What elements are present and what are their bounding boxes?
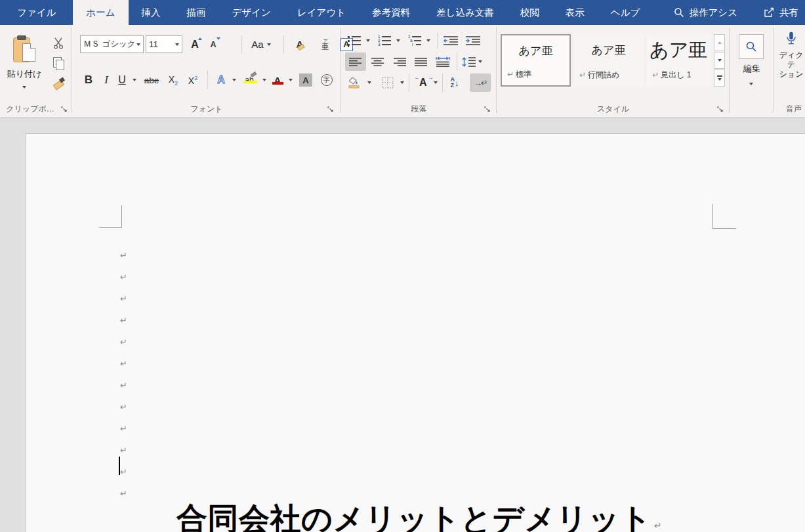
styles-gallery-more[interactable]: [714, 70, 725, 87]
editing-button[interactable]: [739, 34, 764, 59]
tab-file[interactable]: ファイル: [0, 0, 73, 25]
dictate-button[interactable]: ディクテ ション: [778, 31, 804, 79]
distribute-button[interactable]: [432, 52, 454, 71]
styles-scroll-up[interactable]: [714, 34, 725, 51]
bullets-button[interactable]: [345, 33, 363, 49]
strikethrough-button[interactable]: abe: [140, 71, 163, 89]
numbering-dropdown[interactable]: [394, 33, 402, 49]
ribbon: 貼り付け クリップボ… ＭＳ ゴシック (. 11 A: [0, 25, 805, 118]
document-page[interactable]: ↵ ↵ ↵ ↵ ↵ ↵ ↵ ↵ ↵ ↵ ↵ ↵ 合同会社のメリットとデメリット …: [26, 133, 805, 532]
italic-button[interactable]: I: [98, 71, 114, 89]
tell-me-label: 操作アシス: [689, 7, 737, 19]
shrink-font-button[interactable]: A: [205, 35, 222, 53]
paragraph-group-label: 段落: [341, 104, 497, 115]
tab-references[interactable]: 参考資料: [359, 0, 423, 25]
clipboard-dialog-launcher[interactable]: [60, 106, 68, 113]
bullets-dropdown[interactable]: [363, 33, 372, 49]
shading-dropdown[interactable]: [365, 73, 373, 92]
font-size-combobox[interactable]: 11: [146, 35, 182, 53]
character-scaling-button[interactable]: ← → A: [412, 73, 440, 92]
sort-button[interactable]: A Z ↓: [445, 73, 464, 92]
group-editing[interactable]: 編集: [730, 25, 774, 117]
paragraph-mark: ↵: [120, 418, 127, 440]
shading-button[interactable]: [345, 73, 365, 92]
editing-dropdown[interactable]: [747, 80, 756, 88]
character-shading-button[interactable]: A: [297, 71, 315, 89]
tab-insert[interactable]: 挿入: [129, 0, 174, 25]
tab-design[interactable]: デザイン: [219, 0, 284, 25]
character-scaling-dropdown[interactable]: [434, 81, 438, 84]
font-color-button[interactable]: A: [269, 71, 286, 89]
text-effects-dropdown[interactable]: [230, 71, 238, 89]
tab-draw[interactable]: 描画: [174, 0, 219, 25]
phonetic-guide-icon: ア 亜: [322, 39, 329, 51]
share-button[interactable]: 共有: [751, 0, 805, 25]
align-center-button[interactable]: [367, 52, 388, 71]
tab-home[interactable]: ホーム: [73, 0, 128, 25]
font-size-value: 11: [149, 39, 158, 49]
tab-mailings[interactable]: 差し込み文書: [423, 0, 507, 25]
subscript-button[interactable]: X2: [164, 71, 182, 89]
cut-button[interactable]: [50, 35, 67, 51]
tab-review[interactable]: 校閲: [507, 0, 552, 25]
tab-view[interactable]: 表示: [552, 0, 598, 25]
bullets-icon: [348, 35, 361, 46]
paragraph-mark: ↵: [120, 461, 127, 483]
highlight-dropdown[interactable]: [260, 71, 268, 89]
align-left-button[interactable]: [345, 52, 366, 71]
underline-dropdown[interactable]: [130, 71, 139, 89]
font-name-combobox[interactable]: ＭＳ ゴシック (.: [80, 35, 144, 53]
format-painter-button[interactable]: [50, 75, 67, 91]
borders-dropdown[interactable]: [398, 73, 406, 92]
multilevel-list-button[interactable]: 1 a i: [405, 33, 424, 49]
share-label: 共有: [779, 7, 798, 19]
underline-button[interactable]: U: [114, 71, 130, 89]
tell-me-box[interactable]: 操作アシス: [661, 0, 751, 25]
copy-button[interactable]: [50, 55, 67, 71]
style-card-normal[interactable]: あア亜 ↵標準: [501, 34, 571, 87]
font-size-dropdown[interactable]: [175, 43, 179, 46]
ribbon-tab-bar: ファイル ホーム 挿入 描画 デザイン レイアウト 参考資料 差し込み文書 校閲…: [0, 0, 805, 25]
title-paragraph-mark: ↵: [654, 520, 662, 531]
line-spacing-button[interactable]: [461, 52, 483, 71]
styles-scroll-down[interactable]: [714, 52, 725, 69]
superscript-button[interactable]: X2: [184, 71, 202, 89]
multilevel-list-dropdown[interactable]: [424, 33, 432, 49]
clear-formatting-button[interactable]: A: [290, 35, 310, 53]
font-name-dropdown[interactable]: [136, 43, 140, 46]
highlight-button[interactable]: ab: [239, 71, 259, 89]
align-right-button[interactable]: [390, 52, 411, 71]
editing-label: 編集: [730, 63, 774, 75]
change-case-button[interactable]: Aa: [247, 35, 276, 53]
style-card-heading1[interactable]: あア亜 ↵見出し 1: [646, 34, 711, 87]
line-spacing-dropdown[interactable]: [478, 60, 482, 63]
text-effects-button[interactable]: A: [213, 71, 230, 89]
phonetic-guide-button[interactable]: ア 亜: [316, 35, 335, 53]
paste-button[interactable]: 貼り付け: [4, 30, 45, 110]
justify-button[interactable]: [411, 52, 432, 71]
styles-dialog-launcher[interactable]: [716, 106, 724, 113]
paragraph-dialog-launcher[interactable]: [484, 106, 491, 113]
document-title: 合同会社のメリットとデメリット: [176, 501, 652, 532]
paragraph-mark: ↵: [120, 245, 127, 266]
line-spacing-icon: [462, 56, 476, 68]
font-color-dropdown[interactable]: [286, 71, 295, 89]
paste-dropdown[interactable]: [22, 86, 26, 89]
grow-font-button[interactable]: A: [186, 35, 203, 53]
show-formatting-marks-button[interactable]: →↵: [470, 73, 491, 92]
increase-indent-button[interactable]: [463, 33, 483, 49]
style-card-no-spacing[interactable]: あア亜 ↵行間詰め: [573, 34, 644, 87]
font-color-icon: A: [273, 75, 283, 86]
bold-button[interactable]: B: [80, 71, 97, 89]
share-icon: [764, 7, 775, 18]
borders-button[interactable]: [378, 73, 398, 92]
grow-font-icon: [198, 37, 202, 40]
tab-help[interactable]: ヘルプ: [598, 0, 653, 25]
decrease-indent-button[interactable]: [441, 33, 461, 49]
enclose-character-button[interactable]: 字: [318, 71, 336, 89]
change-case-dropdown[interactable]: [267, 43, 271, 46]
sort-icon: A Z ↓: [451, 77, 459, 89]
font-dialog-launcher[interactable]: [327, 106, 335, 113]
tab-layout[interactable]: レイアウト: [284, 0, 359, 25]
numbering-button[interactable]: 1 2 3: [375, 33, 394, 49]
